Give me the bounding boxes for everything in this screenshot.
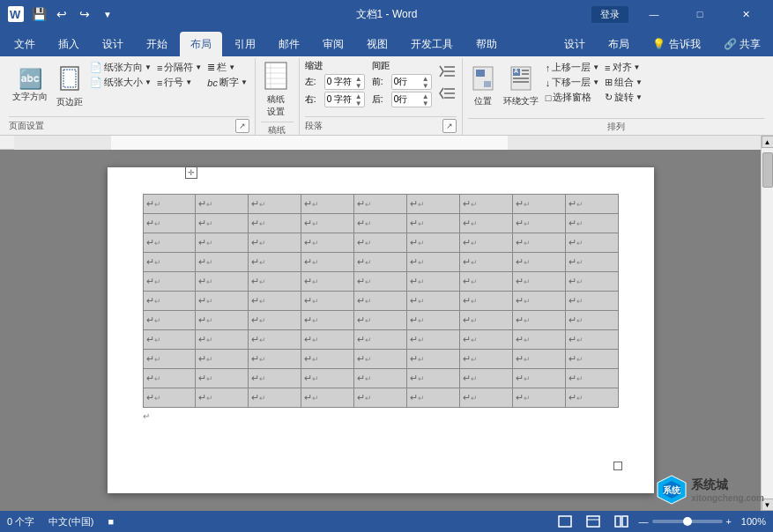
tab-references[interactable]: 引用: [224, 32, 266, 56]
table-cell[interactable]: ↵: [459, 388, 512, 408]
paragraph-expand-btn[interactable]: ↗: [442, 119, 457, 133]
left-indent-arrows[interactable]: ▲ ▼: [355, 75, 362, 89]
table-cell[interactable]: ↵: [512, 214, 565, 233]
after-spacing-down[interactable]: ▼: [422, 100, 429, 107]
table-cell[interactable]: ↵: [565, 233, 618, 253]
draft-settings-btn[interactable]: 稿纸设置: [261, 60, 291, 120]
tab-developer[interactable]: 开发工具: [400, 32, 464, 56]
table-cell[interactable]: ↵: [459, 195, 512, 214]
table-cell[interactable]: ↵: [301, 292, 354, 311]
table-cell[interactable]: ↵: [406, 214, 459, 233]
zoom-percent[interactable]: 100%: [735, 516, 766, 527]
table-cell[interactable]: ↵: [301, 311, 354, 330]
page-setup-expand-btn[interactable]: ↗: [235, 119, 249, 133]
table-cell[interactable]: ↵: [512, 330, 565, 350]
restore-button[interactable]: □: [680, 0, 720, 28]
decrease-indent-icon[interactable]: [439, 85, 457, 104]
table-cell[interactable]: ↵: [249, 195, 301, 214]
before-spacing-arrows[interactable]: ▲ ▼: [422, 75, 429, 89]
tab-layout[interactable]: 布局: [180, 32, 222, 56]
breaks-btn[interactable]: ≡ 分隔符 ▼: [155, 60, 204, 75]
table-cell[interactable]: ↵: [565, 330, 618, 350]
customize-btn[interactable]: ▼: [97, 4, 118, 25]
save-btn[interactable]: 💾: [28, 4, 49, 25]
line-numbers-btn[interactable]: ≡ 行号 ▼: [155, 75, 204, 90]
table-cell[interactable]: ↵: [354, 350, 407, 369]
print-layout-view-btn[interactable]: [554, 514, 576, 529]
table-cell[interactable]: ↵: [459, 214, 512, 233]
scroll-thumb[interactable]: [762, 152, 773, 188]
table-resize-handle[interactable]: [613, 462, 622, 470]
tab-insert[interactable]: 插入: [48, 32, 90, 56]
table-cell[interactable]: ↵: [301, 233, 354, 253]
page-container[interactable]: ✛ ↵↵↵↵↵↵↵↵↵↵↵↵↵↵↵↵↵↵↵↵↵↵↵↵↵↵↵↵↵↵↵↵↵↵↵↵↵↵…: [0, 150, 761, 511]
table-cell[interactable]: ↵: [354, 253, 407, 272]
tab-design-table[interactable]: 设计: [554, 32, 596, 56]
group-btn[interactable]: ⊞ 组合 ▼: [603, 75, 644, 90]
table-move-handle[interactable]: ✛: [185, 166, 197, 179]
table-cell[interactable]: ↵: [406, 272, 459, 292]
table-cell[interactable]: ↵: [565, 388, 618, 408]
table-cell[interactable]: ↵: [406, 195, 459, 214]
table-cell[interactable]: ↵: [459, 330, 512, 350]
table-cell[interactable]: ↵: [196, 388, 249, 408]
table-cell[interactable]: ↵: [301, 253, 354, 272]
table-cell[interactable]: ↵: [406, 233, 459, 253]
right-indent-input[interactable]: 0 字符 ▲ ▼: [324, 92, 365, 107]
table-cell[interactable]: ↵: [565, 195, 618, 214]
before-spacing-down[interactable]: ▼: [422, 82, 429, 89]
table-cell[interactable]: ↵: [459, 369, 512, 388]
table-cell[interactable]: ↵: [249, 233, 301, 253]
table-cell[interactable]: ↵: [354, 195, 407, 214]
table-cell[interactable]: ↵: [196, 350, 249, 369]
table-cell[interactable]: ↵: [565, 253, 618, 272]
web-view-btn[interactable]: [583, 514, 604, 529]
table-cell[interactable]: ↵: [354, 388, 407, 408]
after-spacing-up[interactable]: ▲: [422, 92, 429, 100]
table-cell[interactable]: ↵: [459, 272, 512, 292]
table-cell[interactable]: ↵: [143, 311, 196, 330]
hyphenation-btn[interactable]: bc 断字 ▼: [205, 75, 249, 90]
table-cell[interactable]: ↵: [512, 272, 565, 292]
table-cell[interactable]: ↵: [249, 388, 301, 408]
table-cell[interactable]: ↵: [512, 350, 565, 369]
orientation-btn[interactable]: 📄 纸张方向 ▼: [88, 60, 153, 75]
table-cell[interactable]: ↵: [565, 292, 618, 311]
table-cell[interactable]: ↵: [196, 292, 249, 311]
table-cell[interactable]: ↵: [354, 292, 407, 311]
table-cell[interactable]: ↵: [301, 350, 354, 369]
tab-home[interactable]: 开始: [136, 32, 178, 56]
table-cell[interactable]: ↵: [249, 214, 301, 233]
table-cell[interactable]: ↵: [249, 369, 301, 388]
table-cell[interactable]: ↵: [406, 369, 459, 388]
before-spacing-input[interactable]: 0行 ▲ ▼: [391, 74, 432, 90]
scroll-up-btn[interactable]: ▲: [762, 136, 774, 148]
table-cell[interactable]: ↵: [565, 369, 618, 388]
right-indent-down[interactable]: ▼: [355, 100, 362, 107]
tab-help[interactable]: 帮助: [465, 32, 508, 56]
table-cell[interactable]: ↵: [249, 330, 301, 350]
rotate-btn[interactable]: ↻ 旋转 ▼: [603, 90, 644, 105]
table-cell[interactable]: ↵: [354, 369, 407, 388]
read-view-btn[interactable]: [611, 514, 632, 529]
table-cell[interactable]: ↵: [196, 233, 249, 253]
table-cell[interactable]: ↵: [249, 311, 301, 330]
table-cell[interactable]: ↵: [301, 330, 354, 350]
table-cell[interactable]: ↵: [354, 214, 407, 233]
table-cell[interactable]: ↵: [459, 311, 512, 330]
zoom-slider[interactable]: [652, 520, 723, 523]
table-cell[interactable]: ↵: [565, 350, 618, 369]
table-cell[interactable]: ↵: [512, 369, 565, 388]
table-cell[interactable]: ↵: [196, 330, 249, 350]
table-cell[interactable]: ↵: [354, 330, 407, 350]
table-cell[interactable]: ↵: [196, 272, 249, 292]
minimize-button[interactable]: —: [634, 0, 674, 28]
table-cell[interactable]: ↵: [512, 253, 565, 272]
table-cell[interactable]: ↵: [143, 388, 196, 408]
close-button[interactable]: ✕: [725, 0, 766, 28]
table-cell[interactable]: ↵: [143, 253, 196, 272]
table-cell[interactable]: ↵: [512, 292, 565, 311]
table-cell[interactable]: ↵: [459, 350, 512, 369]
table-cell[interactable]: ↵: [406, 292, 459, 311]
table-cell[interactable]: ↵: [143, 330, 196, 350]
